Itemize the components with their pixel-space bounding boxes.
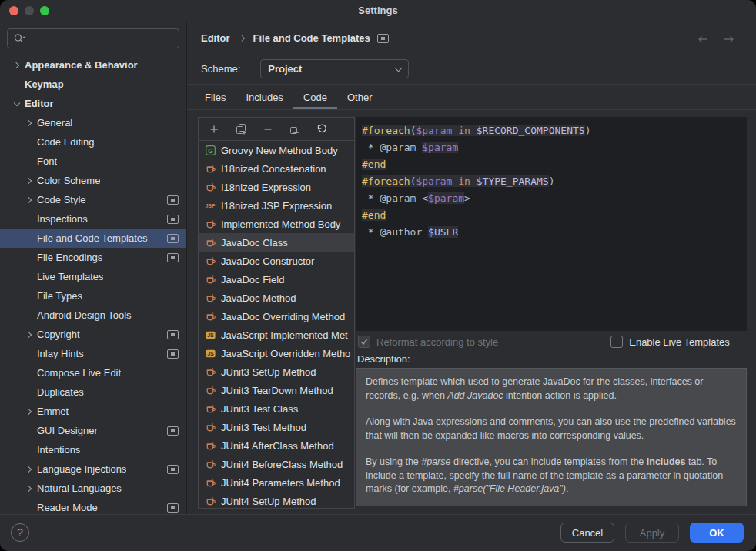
sidebar-item-copyright[interactable]: Copyright <box>0 325 186 344</box>
template-item-junit3-setup-method[interactable]: JUnit3 SetUp Method <box>199 362 354 381</box>
template-item-javadoc-constructor[interactable]: JavaDoc Constructor <box>199 252 354 270</box>
template-item-javascript-overridden-metho[interactable]: JSJavaScript Overridden Metho <box>199 344 354 362</box>
sidebar-item-font[interactable]: Font <box>0 152 186 171</box>
apply-button[interactable]: Apply <box>625 523 679 543</box>
cancel-button[interactable]: Cancel <box>560 523 614 543</box>
sidebar-item-language-injections[interactable]: Language Injections <box>0 459 186 479</box>
settings-sidebar: Appearance & BehaviorKeymapEditorGeneral… <box>0 22 187 514</box>
template-item-junit4-parameters-method[interactable]: JUnit4 Parameters Method <box>199 473 354 492</box>
sidebar-item-live-templates[interactable]: Live Templates <box>0 267 186 286</box>
template-item-junit3-test-class[interactable]: JUnit3 Test Class <box>199 399 354 418</box>
tab-other[interactable]: Other <box>337 88 383 109</box>
chevron-right-icon[interactable] <box>22 462 37 477</box>
breadcrumb-editor[interactable]: Editor <box>201 32 230 44</box>
template-item-i18nized-jsp-expression[interactable]: JSPI18nized JSP Expression <box>199 196 354 215</box>
reset-icon <box>316 123 328 135</box>
description-box[interactable]: Defines template which used to generate … <box>356 368 747 506</box>
java-class-icon <box>204 292 216 304</box>
template-item-junit4-beforeclass-method[interactable]: JUnit4 BeforeClass Method <box>199 455 354 473</box>
sidebar-item-keymap[interactable]: Keymap <box>0 75 186 94</box>
sidebar-item-intentions[interactable]: Intentions <box>0 440 186 459</box>
sidebar-item-general[interactable]: General <box>0 113 186 132</box>
forward-arrow-icon[interactable] <box>722 34 736 45</box>
javascript-icon: JS <box>204 347 216 359</box>
sidebar-item-color-scheme[interactable]: Color Scheme <box>0 171 186 190</box>
sidebar-item-inspections[interactable]: Inspections <box>0 209 186 229</box>
chevron-down-icon[interactable] <box>9 96 25 112</box>
template-item-label: JUnit3 TearDown Method <box>221 385 333 396</box>
template-item-javadoc-method[interactable]: JavaDoc Method <box>199 289 354 307</box>
tab-includes[interactable]: Includes <box>236 88 293 109</box>
chevron-right-icon[interactable] <box>22 192 37 208</box>
sidebar-item-file-and-code-templates[interactable]: File and Code Templates <box>0 229 186 248</box>
java-class-icon <box>204 439 216 452</box>
help-button[interactable]: ? <box>11 523 29 542</box>
divider <box>187 84 756 85</box>
java-class-icon <box>204 310 216 322</box>
copy-template-button[interactable] <box>285 121 305 138</box>
ok-button[interactable]: OK <box>690 523 744 543</box>
tab-files[interactable]: Files <box>195 88 236 109</box>
search-input[interactable] <box>7 28 179 48</box>
sidebar-item-duplicates[interactable]: Duplicates <box>0 382 186 402</box>
sidebar-item-label: Language Injections <box>37 463 126 475</box>
sidebar-item-emmet[interactable]: Emmet <box>0 402 186 421</box>
java-class-icon <box>204 402 216 415</box>
sidebar-item-code-editing[interactable]: Code Editing <box>0 132 186 152</box>
sidebar-item-file-types[interactable]: File Types <box>0 286 186 306</box>
settings-content: Editor File and Code Templates Scheme: P… <box>187 22 756 514</box>
chevron-placeholder <box>22 231 37 246</box>
chevron-right-icon[interactable] <box>22 327 37 342</box>
chevron-right-icon[interactable] <box>9 58 25 73</box>
sidebar-item-appearance-behavior[interactable]: Appearance & Behavior <box>0 55 186 75</box>
reformat-checkbox[interactable] <box>358 336 370 348</box>
chevron-right-icon[interactable] <box>22 115 37 131</box>
template-item-javadoc-class[interactable]: JavaDoc Class <box>199 233 354 252</box>
add-template-button[interactable] <box>204 121 224 138</box>
sidebar-item-natural-languages[interactable]: Natural Languages <box>0 479 186 498</box>
sidebar-item-reader-mode[interactable]: Reader Mode <box>0 498 186 514</box>
template-item-groovy-new-method-body[interactable]: GGroovy New Method Body <box>199 141 354 159</box>
duplicate-template-button[interactable] <box>231 121 251 138</box>
template-item-javadoc-field[interactable]: JavaDoc Field <box>199 270 354 289</box>
sidebar-item-inlay-hints[interactable]: Inlay Hints <box>0 344 186 363</box>
sidebar-item-editor[interactable]: Editor <box>0 94 186 113</box>
template-item-javascript-implemented-met[interactable]: JSJavaScript Implemented Met <box>199 326 354 344</box>
java-class-icon <box>204 495 216 507</box>
sidebar-item-android-design-tools[interactable]: Android Design Tools <box>0 306 186 325</box>
chevron-right-icon[interactable] <box>22 404 37 419</box>
reset-template-button[interactable] <box>312 121 332 138</box>
duplicate-icon <box>235 123 247 135</box>
template-item-javadoc-overriding-method[interactable]: JavaDoc Overriding Method <box>199 307 354 326</box>
template-item-junit4-afterclass-method[interactable]: JUnit4 AfterClass Method <box>199 436 354 455</box>
template-code-editor[interactable]: #foreach($param in $RECORD_COMPONENTS) *… <box>356 117 747 331</box>
template-item-junit3-teardown-method[interactable]: JUnit3 TearDown Method <box>199 381 354 399</box>
screen-scope-icon <box>167 465 179 474</box>
template-item-implemented-method-body[interactable]: Implemented Method Body <box>199 215 354 233</box>
chevron-right-icon[interactable] <box>22 173 37 189</box>
sidebar-item-file-encodings[interactable]: File Encodings <box>0 248 186 267</box>
java-class-icon <box>204 366 216 378</box>
enable-live-templates-checkbox[interactable] <box>610 336 623 348</box>
template-item-i18nized-expression[interactable]: I18nized Expression <box>199 178 354 196</box>
code-line: * @author $USER <box>362 224 741 241</box>
template-item-i18nized-concatenation[interactable]: I18nized Concatenation <box>199 159 354 178</box>
back-arrow-icon[interactable] <box>696 34 710 45</box>
sidebar-item-compose-live-edit[interactable]: Compose Live Edit <box>0 363 186 382</box>
settings-tree: Appearance & BehaviorKeymapEditorGeneral… <box>0 55 186 514</box>
code-line: #foreach($param in $TYPE_PARAMS) <box>362 173 741 190</box>
sidebar-item-gui-designer[interactable]: GUI Designer <box>0 421 186 440</box>
breadcrumb: Editor File and Code Templates <box>201 32 389 44</box>
chevron-right-icon[interactable] <box>22 481 37 496</box>
divider <box>187 109 756 110</box>
title-bar[interactable]: Settings <box>0 0 756 22</box>
tab-code[interactable]: Code <box>293 88 337 109</box>
scheme-dropdown[interactable]: Project <box>260 59 409 78</box>
template-item-label: JUnit3 Test Method <box>221 422 306 433</box>
sidebar-item-code-style[interactable]: Code Style <box>0 190 186 209</box>
remove-template-button[interactable] <box>258 121 278 138</box>
template-item-junit4-setup-method[interactable]: JUnit4 SetUp Method <box>199 492 354 509</box>
java-class-icon <box>204 181 216 193</box>
java-class-icon <box>204 421 216 433</box>
template-item-junit3-test-method[interactable]: JUnit3 Test Method <box>199 418 354 436</box>
